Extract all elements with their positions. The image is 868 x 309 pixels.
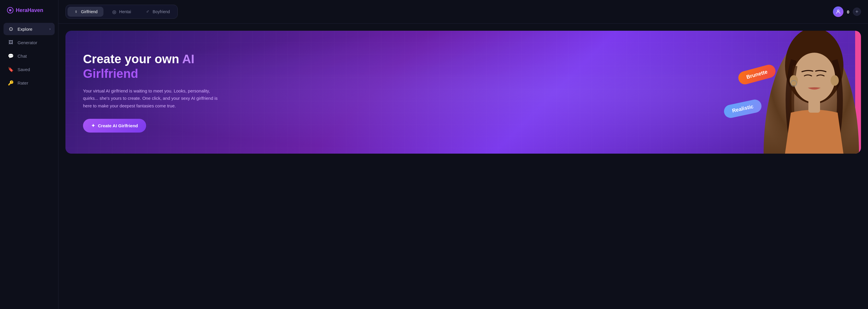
- add-tokens-button[interactable]: +: [853, 8, 861, 16]
- content-area: Create your own AI Girlfriend Your virtu…: [58, 24, 868, 309]
- hero-girl-svg: [768, 31, 861, 153]
- token-count: 0: [847, 9, 849, 15]
- hero-title-highlight: AI: [182, 52, 194, 66]
- floating-tags: Brunette Realistic: [730, 70, 768, 114]
- female-icon: [73, 9, 79, 15]
- tab-hentai[interactable]: Hentai: [106, 7, 137, 17]
- hero-title-part1: Create your own: [83, 52, 182, 66]
- user-avatar[interactable]: [833, 6, 843, 17]
- svg-point-5: [831, 75, 839, 86]
- sidebar-item-rater[interactable]: Rater: [3, 77, 55, 89]
- sidebar-item-explore[interactable]: Explore ›: [3, 23, 55, 35]
- generator-icon: [8, 39, 14, 46]
- saved-icon: [8, 66, 14, 73]
- hero-banner: Create your own AI Girlfriend Your virtu…: [65, 31, 861, 153]
- tab-boyfriend[interactable]: Boyfriend: [139, 7, 176, 17]
- hero-title-girlfriend: Girlfriend: [83, 67, 138, 81]
- hero-image-area: [762, 31, 861, 153]
- sidebar-label-saved: Saved: [18, 67, 30, 72]
- svg-point-0: [837, 10, 839, 12]
- tab-label-boyfriend: Boyfriend: [153, 9, 170, 14]
- sidebar-item-chat[interactable]: Chat: [3, 50, 55, 62]
- chevron-right-icon: ›: [50, 27, 51, 31]
- tab-label-hentai: Hentai: [119, 9, 131, 14]
- male-icon: [145, 9, 150, 15]
- create-btn-label: Create AI Girlfriend: [98, 123, 138, 128]
- main-content: Girlfriend Hentai Boyfriend 0 +: [58, 0, 868, 309]
- tab-label-girlfriend: Girlfriend: [81, 9, 98, 14]
- hero-description: Your virtual AI girlfriend is waiting to…: [83, 87, 223, 110]
- logo-icon: [7, 7, 13, 13]
- sidebar-item-generator[interactable]: Generator: [3, 36, 55, 49]
- sidebar-item-saved[interactable]: Saved: [3, 63, 55, 76]
- hero-content: Create your own AI Girlfriend Your virtu…: [65, 34, 241, 150]
- hentai-icon: [112, 9, 117, 15]
- tab-girlfriend[interactable]: Girlfriend: [67, 7, 103, 17]
- sidebar-label-rater: Rater: [18, 81, 28, 85]
- sidebar: HeraHaven Explore › Generator Chat Saved…: [0, 0, 58, 309]
- explore-icon: [8, 26, 14, 32]
- logo: HeraHaven: [0, 7, 58, 23]
- create-girlfriend-button[interactable]: Create AI Girlfriend: [83, 119, 146, 133]
- sidebar-label-explore: Explore: [18, 27, 32, 32]
- wand-icon: [91, 123, 95, 129]
- svg-rect-3: [808, 100, 820, 113]
- logo-text: HeraHaven: [16, 7, 43, 13]
- sidebar-label-generator: Generator: [18, 40, 37, 45]
- sidebar-nav: Explore › Generator Chat Saved Rater: [0, 23, 58, 89]
- sidebar-label-chat: Chat: [18, 54, 27, 58]
- topbar: Girlfriend Hentai Boyfriend 0 +: [58, 0, 868, 24]
- svg-point-2: [793, 53, 835, 103]
- chat-icon: [8, 53, 14, 59]
- hero-title: Create your own AI Girlfriend: [83, 52, 223, 81]
- topbar-right: 0 +: [833, 6, 861, 17]
- rater-icon: [8, 80, 14, 86]
- category-tabs: Girlfriend Hentai Boyfriend: [65, 5, 178, 19]
